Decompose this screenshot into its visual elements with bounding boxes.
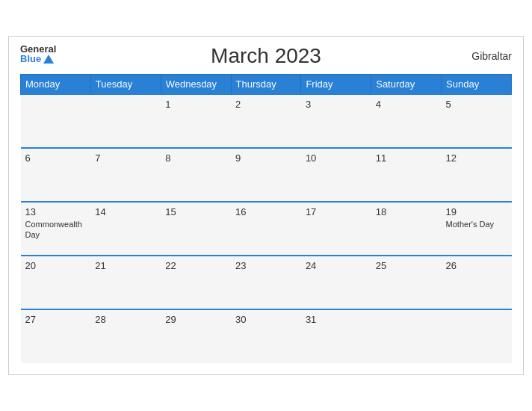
day-number: 2 [235,99,297,110]
day-cell: 9 [231,148,301,202]
day-number: 26 [446,260,507,271]
header-sunday: Sunday [442,75,512,95]
header-wednesday: Wednesday [161,75,231,95]
day-cell: 10 [301,148,371,202]
day-cell: 4 [371,94,442,148]
day-cell: 15 [161,202,231,256]
day-number: 18 [376,206,437,217]
logo: General Blue [20,44,56,64]
day-cell: 21 [90,256,161,309]
day-number: 27 [25,314,87,325]
logo-triangle-icon [43,55,54,64]
day-number: 25 [376,260,437,271]
day-number: 30 [235,314,297,325]
day-cell: 28 [90,309,161,363]
day-cell: 12 [442,148,512,202]
day-number: 9 [235,152,297,164]
day-cell [90,94,161,148]
week-row-4: 20212223242526 [21,256,512,309]
header-monday: Monday [21,75,91,95]
day-cell: 17 [301,202,371,256]
day-number: 6 [25,152,87,164]
day-number: 20 [25,260,87,271]
day-cell: 1 [161,94,231,148]
header-friday: Friday [301,75,371,95]
day-number: 10 [306,152,367,164]
day-number: 13 [25,206,87,217]
day-number: 23 [235,260,297,271]
day-number: 17 [306,206,367,217]
header-saturday: Saturday [371,75,442,95]
days-header-row: Monday Tuesday Wednesday Thursday Friday… [21,75,512,95]
day-number: 3 [306,99,367,110]
day-number: 5 [446,99,507,110]
day-number: 22 [165,260,226,271]
day-cell: 20 [21,256,91,309]
day-number: 21 [95,260,156,271]
day-cell: 6 [21,148,91,202]
event-label: Mother's Day [446,219,507,229]
day-cell: 30 [231,309,301,363]
day-number: 8 [165,152,226,164]
calendar-header: General Blue March 2023 Gibraltar [20,44,512,68]
day-cell: 27 [21,309,91,363]
day-cell: 7 [90,148,161,202]
day-cell: 23 [231,256,301,309]
day-number: 11 [376,152,437,164]
week-row-1: 12345 [21,94,512,148]
day-cell [442,309,512,363]
day-cell: 25 [371,256,442,309]
event-label: Commonwealth Day [25,219,87,241]
calendar-body: 12345678910111213Commonwealth Day1415161… [21,94,512,363]
day-number: 4 [376,99,437,110]
day-number: 24 [306,260,367,271]
day-cell: 5 [442,94,512,148]
day-cell: 3 [301,94,371,148]
day-cell: 18 [371,202,442,256]
day-number: 19 [446,206,507,217]
header-thursday: Thursday [231,75,301,95]
day-cell: 29 [161,309,231,363]
day-number: 16 [235,206,297,217]
country-label: Gibraltar [471,50,512,62]
day-number: 7 [95,152,156,164]
calendar-title: March 2023 [20,44,512,68]
day-cell [21,94,91,148]
logo-blue-text: Blue [20,54,54,64]
day-number: 31 [306,314,367,325]
day-cell: 11 [371,148,442,202]
day-cell: 8 [161,148,231,202]
calendar-container: General Blue March 2023 Gibraltar Monday… [8,36,524,375]
day-number: 1 [165,99,226,110]
day-number: 14 [95,206,156,217]
day-cell: 31 [301,309,371,363]
day-number: 12 [446,152,507,164]
week-row-3: 13Commonwealth Day141516171819Mother's D… [21,202,512,256]
day-number: 28 [95,314,156,325]
calendar-grid: Monday Tuesday Wednesday Thursday Friday… [20,74,512,363]
day-cell: 26 [442,256,512,309]
day-cell: 13Commonwealth Day [21,202,91,256]
week-row-5: 2728293031 [21,309,512,363]
week-row-2: 6789101112 [21,148,512,202]
day-cell: 22 [161,256,231,309]
day-cell: 2 [231,94,301,148]
day-cell [371,309,442,363]
day-cell: 14 [90,202,161,256]
day-number: 15 [165,206,226,217]
day-cell: 24 [301,256,371,309]
day-cell: 16 [231,202,301,256]
header-tuesday: Tuesday [90,75,161,95]
day-number: 29 [165,314,226,325]
day-cell: 19Mother's Day [442,202,512,256]
